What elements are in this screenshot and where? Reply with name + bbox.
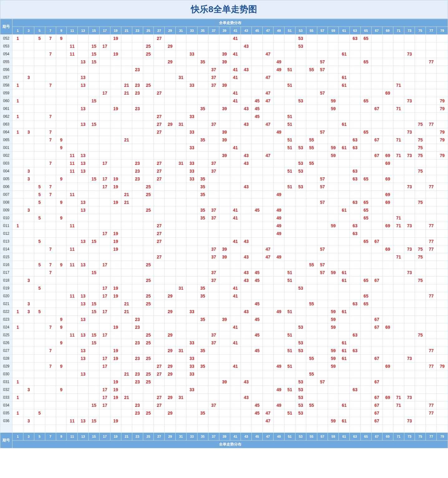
- col-header: 19: [110, 27, 121, 35]
- cell: [252, 386, 263, 394]
- cell: [350, 58, 361, 66]
- cell: 13: [78, 355, 89, 362]
- cell: [110, 409, 121, 417]
- cell: 7: [45, 113, 56, 121]
- cell: [34, 300, 45, 308]
- cell: [306, 191, 317, 199]
- cell: [165, 284, 176, 292]
- cell: [143, 245, 154, 253]
- cell: [437, 81, 448, 89]
- cell: [187, 183, 197, 191]
- cell: 49: [274, 58, 285, 66]
- cell: [100, 128, 110, 136]
- row-id: 026: [0, 339, 12, 347]
- cell: 9: [56, 199, 67, 206]
- cell: 53: [295, 97, 306, 105]
- cell: [110, 121, 121, 128]
- cell: 5: [34, 284, 45, 292]
- cell: [295, 81, 306, 89]
- cell: [176, 199, 187, 206]
- cell: 17: [100, 89, 110, 97]
- cell: [219, 355, 230, 362]
- cell: [328, 121, 339, 128]
- cell: [100, 409, 110, 417]
- cell: [165, 378, 176, 386]
- cell: [393, 284, 404, 292]
- cell: [263, 136, 274, 144]
- cell: [89, 206, 100, 214]
- cell: 39: [219, 81, 230, 89]
- cell: [415, 269, 426, 277]
- cell: 41: [230, 339, 241, 347]
- cell: 69: [382, 222, 393, 230]
- cell: [45, 58, 56, 66]
- cell: [339, 331, 350, 339]
- cell: [230, 308, 241, 316]
- cell: 73: [404, 50, 415, 58]
- cell: 19: [110, 292, 121, 300]
- cell: [426, 105, 437, 113]
- cell: 43: [241, 269, 252, 277]
- col-footer: 21: [121, 433, 132, 441]
- cell: [176, 308, 187, 316]
- cell: 69: [382, 362, 393, 370]
- cell: [78, 308, 89, 316]
- cell: 27: [154, 121, 165, 128]
- cell: 15: [89, 417, 100, 425]
- cell: [361, 121, 372, 128]
- cell: 65: [361, 97, 372, 105]
- cell: [317, 417, 328, 425]
- cell: [12, 144, 23, 152]
- cell: [132, 347, 143, 355]
- cell: [45, 409, 56, 417]
- cell: [404, 402, 415, 409]
- cell: [208, 97, 219, 105]
- cell: [317, 42, 328, 50]
- cell: [110, 152, 121, 160]
- cell: [230, 409, 241, 417]
- cell: [382, 378, 393, 386]
- cell: [306, 42, 317, 50]
- cell: [132, 386, 143, 394]
- cell: [317, 160, 328, 167]
- cell: [23, 409, 34, 417]
- cell: 21: [121, 308, 132, 316]
- cell: [371, 167, 382, 175]
- cell: [154, 316, 165, 323]
- cell: [219, 74, 230, 81]
- cell: 39: [219, 50, 230, 58]
- cell: [56, 66, 67, 74]
- cell: [404, 191, 415, 199]
- cell: [263, 261, 274, 269]
- cell: [219, 402, 230, 409]
- cell: [415, 378, 426, 386]
- cell: 51: [284, 331, 295, 339]
- cell: [295, 113, 306, 121]
- row-id: 018: [0, 277, 12, 284]
- cell: [34, 245, 45, 253]
- cell: [176, 386, 187, 394]
- cell: [67, 362, 78, 370]
- cell: 19: [110, 230, 121, 238]
- cell: [67, 402, 78, 409]
- cell: [89, 362, 100, 370]
- cell: 33: [187, 167, 197, 175]
- col-header: 23: [132, 27, 143, 35]
- cell: 63: [350, 144, 361, 152]
- cell: 13: [78, 417, 89, 425]
- cell: [252, 238, 263, 245]
- cell: [78, 175, 89, 183]
- cell: [437, 355, 448, 362]
- cell: [45, 74, 56, 81]
- cell: [100, 121, 110, 128]
- cell: [110, 89, 121, 97]
- cell: 59: [328, 144, 339, 152]
- cell: [263, 144, 274, 152]
- cell: [12, 253, 23, 261]
- cell: 63: [350, 222, 361, 230]
- col-header: 3: [23, 27, 34, 35]
- cell: [284, 284, 295, 292]
- cell: 27: [154, 167, 165, 175]
- cell: [371, 222, 382, 230]
- cell: [187, 261, 197, 269]
